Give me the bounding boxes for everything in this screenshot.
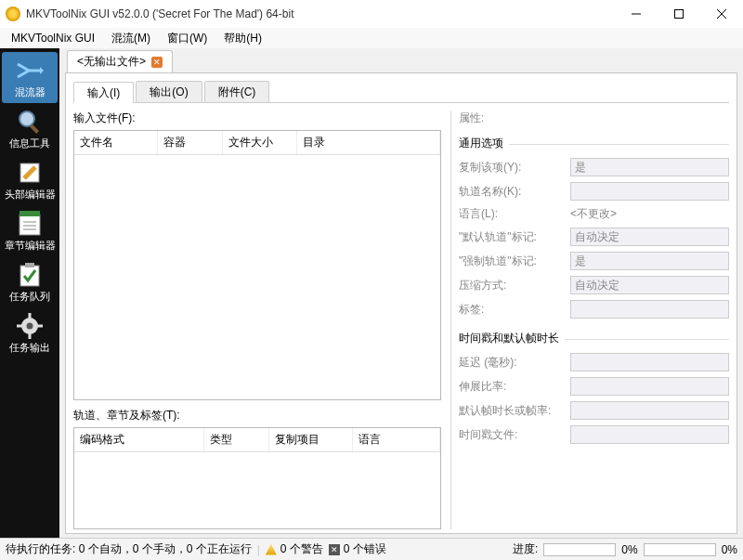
tab-attachments[interactable]: 附件(C) [204, 81, 270, 102]
sidebar-item-label: 信息工具 [2, 138, 58, 149]
sidebar-item-info[interactable]: 信息工具 [2, 103, 58, 154]
svg-rect-9 [20, 211, 40, 216]
sidebar-item-label: 混流器 [2, 87, 58, 98]
group-general: 通用选项 [459, 137, 509, 150]
col-codec[interactable]: 编码格式 [74, 428, 204, 451]
sidebar-item-chapter[interactable]: 章节编辑器 [2, 205, 58, 256]
close-icon[interactable]: ✕ [151, 57, 163, 68]
sidebar-item-label: 任务输出 [2, 343, 58, 353]
language-label: 语言(L): [459, 206, 570, 222]
sidebar-item-label: 章节编辑器 [2, 241, 58, 251]
col-size[interactable]: 文件大小 [223, 131, 297, 154]
delay-label: 延迟 (毫秒): [459, 355, 570, 371]
tags-label: 标签: [459, 302, 570, 318]
tracks-list[interactable]: 编码格式 类型 复制项目 语言 [73, 427, 441, 529]
tags-input [570, 300, 729, 319]
default-duration-label: 默认帧时长或帧率: [459, 403, 570, 419]
progress-pct-1: 0% [621, 543, 637, 556]
delay-input [570, 353, 729, 371]
status-tasks: 待执行的任务: 0 个自动，0 个手动，0 个正在运行 [6, 541, 252, 557]
main-area: <无输出文件> ✕ 输入(I) 输出(O) 附件(C) 输入文件(F): 文件名… [59, 48, 743, 538]
svg-rect-17 [29, 313, 32, 319]
svg-rect-19 [17, 325, 22, 328]
stretch-label: 伸展比率: [459, 379, 570, 395]
status-warnings[interactable]: 0 个警告 [280, 541, 323, 557]
svg-rect-20 [37, 325, 43, 328]
svg-point-5 [20, 111, 34, 126]
magnifier-icon [15, 107, 45, 137]
default-duration-input [570, 401, 729, 420]
copy-item-label: 复制该项(Y): [459, 160, 570, 176]
svg-rect-1 [675, 10, 684, 19]
progress-bar-1 [543, 543, 616, 556]
col-container[interactable]: 容器 [158, 131, 223, 154]
stretch-input [570, 377, 729, 396]
sidebar: 混流器 信息工具 头部编辑器 章节编辑器 任务队列 任务输出 [0, 48, 59, 538]
menubar: MKVToolNix GUI 混流(M) 窗口(W) 帮助(H) [0, 28, 743, 48]
warning-icon [266, 544, 277, 555]
input-files-label: 输入文件(F): [73, 111, 441, 126]
progress-pct-2: 0% [722, 543, 737, 556]
menu-app[interactable]: MKVToolNix GUI [4, 30, 102, 46]
track-name-label: 轨道名称(K): [459, 184, 570, 200]
maximize-button[interactable] [658, 0, 700, 28]
minimize-button[interactable] [615, 0, 658, 28]
svg-rect-14 [25, 263, 34, 267]
properties-label: 属性: [459, 111, 729, 126]
menu-mux[interactable]: 混流(M) [104, 29, 158, 48]
col-copy[interactable]: 复制项目 [269, 428, 353, 451]
window-title: MKVToolNix GUI v52.0.0 ('Secret For The … [26, 7, 615, 20]
document-tab[interactable]: <无输出文件> ✕ [67, 50, 173, 72]
compression-select [570, 276, 729, 294]
sidebar-item-label: 头部编辑器 [2, 189, 58, 200]
app-icon [6, 7, 20, 21]
forced-flag-select [570, 252, 729, 270]
close-button[interactable] [700, 0, 743, 28]
ts-file-input [570, 425, 729, 444]
status-errors[interactable]: 0 个错误 [344, 541, 386, 557]
muxer-icon [15, 56, 45, 85]
tab-output[interactable]: 输出(O) [136, 81, 202, 102]
sidebar-item-output[interactable]: 任务输出 [2, 307, 58, 358]
sidebar-item-label: 任务队列 [2, 292, 58, 302]
progress-label: 进度: [513, 541, 538, 557]
notepad-icon [15, 209, 45, 239]
pencil-paper-icon [15, 158, 45, 188]
ts-file-label: 时间戳文件: [459, 427, 570, 443]
sidebar-item-muxer[interactable]: 混流器 [2, 52, 58, 103]
default-flag-label: "默认轨道"标记: [459, 229, 570, 245]
input-files-list[interactable]: 文件名 容器 文件大小 目录 [73, 130, 441, 400]
default-flag-select [570, 228, 729, 246]
sidebar-item-header[interactable]: 头部编辑器 [2, 154, 58, 205]
progress-bar-2 [644, 543, 716, 556]
svg-rect-6 [30, 124, 39, 134]
menu-help[interactable]: 帮助(H) [216, 29, 269, 48]
svg-point-16 [27, 323, 33, 330]
col-type[interactable]: 类型 [204, 428, 269, 451]
clipboard-check-icon [15, 260, 45, 290]
document-tab-label: <无输出文件> [77, 54, 146, 70]
statusbar: 待执行的任务: 0 个自动，0 个手动，0 个正在运行 | 0 个警告 ✕0 个… [0, 538, 743, 560]
copy-item-select [570, 158, 729, 176]
compression-label: 压缩方式: [459, 278, 570, 293]
col-dir[interactable]: 目录 [297, 131, 440, 154]
tracks-label: 轨道、章节及标签(T): [73, 408, 441, 423]
col-lang[interactable]: 语言 [353, 428, 440, 451]
svg-rect-18 [29, 333, 32, 339]
track-name-input [570, 182, 729, 201]
tab-input[interactable]: 输入(I) [73, 82, 134, 103]
svg-marker-4 [40, 67, 44, 74]
error-icon: ✕ [329, 544, 340, 555]
col-name[interactable]: 文件名 [74, 131, 158, 154]
group-timestamps: 时间戳和默认帧时长 [459, 332, 565, 345]
forced-flag-label: "强制轨道"标记: [459, 254, 570, 269]
menu-window[interactable]: 窗口(W) [160, 29, 215, 48]
gear-icon [15, 311, 45, 341]
svg-rect-8 [20, 215, 40, 235]
sidebar-item-queue[interactable]: 任务队列 [2, 256, 58, 307]
language-value: <不更改> [570, 206, 729, 222]
titlebar: MKVToolNix GUI v52.0.0 ('Secret For The … [0, 0, 743, 28]
